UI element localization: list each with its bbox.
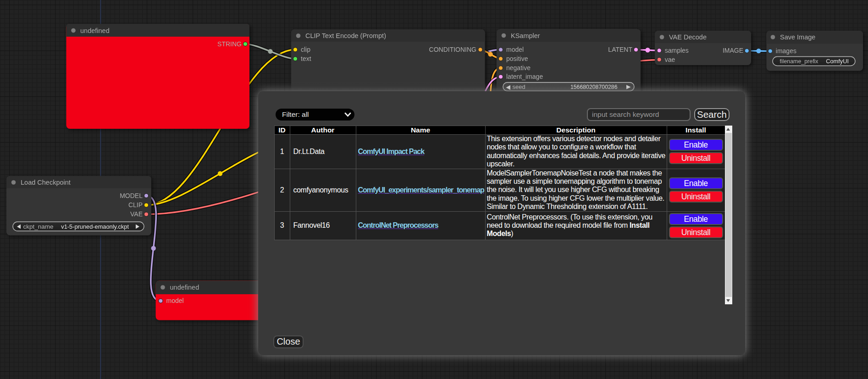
svg-text:images: images <box>776 47 796 55</box>
svg-text:undefined: undefined <box>80 27 110 34</box>
svg-text:CLIP: CLIP <box>128 201 143 209</box>
svg-text:v1-5-pruned-emaonly.ckpt: v1-5-pruned-emaonly.ckpt <box>61 223 129 230</box>
svg-text:KSampler: KSampler <box>511 32 540 39</box>
svg-text:ComfyUI: ComfyUI <box>826 58 849 65</box>
svg-text:IMAGE: IMAGE <box>723 47 743 54</box>
svg-text:Save Image: Save Image <box>780 33 815 41</box>
svg-text:156680208700286: 156680208700286 <box>570 84 618 90</box>
svg-text:filename_prefix: filename_prefix <box>780 58 819 65</box>
svg-text:CONDITIONING: CONDITIONING <box>429 46 476 53</box>
svg-text:text: text <box>301 55 311 62</box>
svg-text:VAE: VAE <box>130 210 143 218</box>
svg-text:samples: samples <box>665 47 689 54</box>
svg-text:clip: clip <box>301 46 310 53</box>
svg-text:ckpt_name: ckpt_name <box>23 223 54 230</box>
svg-text:undefined: undefined <box>170 284 199 291</box>
svg-text:vae: vae <box>665 56 675 63</box>
svg-text:STRING: STRING <box>217 40 242 48</box>
svg-text:seed: seed <box>513 83 525 90</box>
svg-text:LATENT: LATENT <box>608 46 632 53</box>
svg-text:Load Checkpoint: Load Checkpoint <box>21 179 71 186</box>
svg-text:MODEL: MODEL <box>120 192 143 199</box>
svg-text:latent_image: latent_image <box>506 73 543 80</box>
svg-text:negative: negative <box>506 64 531 71</box>
svg-text:model: model <box>166 297 184 304</box>
svg-text:positive: positive <box>506 55 528 62</box>
svg-text:VAE Decode: VAE Decode <box>669 33 707 41</box>
svg-text:CLIP Text Encode (Prompt): CLIP Text Encode (Prompt) <box>305 32 386 39</box>
svg-text:model: model <box>506 46 524 53</box>
